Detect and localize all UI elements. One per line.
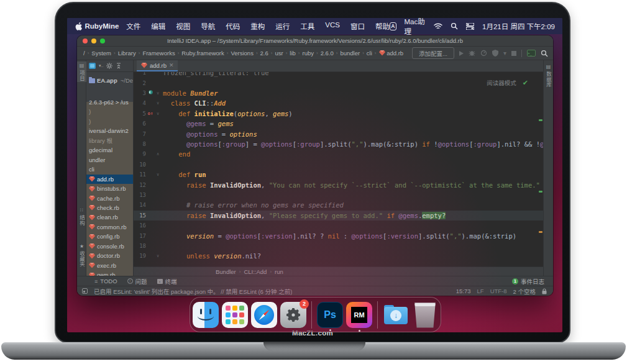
- assistant-menu[interactable]: Mac助理: [405, 18, 426, 36]
- breadcrumb-[interactable]: /: [83, 50, 85, 57]
- control-center-icon[interactable]: [466, 23, 474, 30]
- breadcrumb-cli[interactable]: cli: [367, 50, 372, 57]
- menu-item-文件[interactable]: 文件: [126, 21, 140, 31]
- file-encoding[interactable]: UTF-8: [490, 288, 507, 294]
- line-separator[interactable]: LF: [477, 288, 484, 294]
- terminal-toolwindow[interactable]: ›终端: [157, 277, 177, 286]
- tree-row-binstubs.rb[interactable]: binstubs.rb: [86, 184, 134, 193]
- tool-strip-tab-收藏夹[interactable]: ★收藏夹: [77, 242, 86, 268]
- ide-status-icon[interactable]: [82, 288, 88, 294]
- minimize-button[interactable]: [91, 39, 96, 43]
- menu-item-重构[interactable]: 重构: [250, 21, 265, 31]
- tree-row-cli[interactable]: cli: [86, 165, 134, 174]
- tree-row-check.rb[interactable]: check.rb: [86, 203, 134, 212]
- tab-close-icon[interactable]: ✕: [169, 62, 174, 68]
- editor-breadcrumb-run[interactable]: run: [275, 268, 283, 275]
- window-titlebar[interactable]: IntelliJ IDEA.app – /System/Library/Fram…: [77, 35, 553, 47]
- tree-row-undler[interactable]: undler: [86, 155, 134, 165]
- project-root-row[interactable]: EA.app~/Deskt: [86, 76, 134, 85]
- run-anything-icon[interactable]: >_: [527, 50, 536, 57]
- dock-icon-launchpad[interactable]: [222, 302, 248, 328]
- tree-row-config.rb[interactable]: config.rb: [86, 232, 134, 241]
- dock-icon-downloads-folder[interactable]: ↓: [383, 302, 409, 328]
- tree-row-2.6.3p62us[interactable]: 2.6.3-p62 > /us: [86, 98, 134, 107]
- editor-breadcrumb-Bundler[interactable]: Bundler: [216, 268, 236, 275]
- dock-icon-finder[interactable]: [193, 302, 219, 328]
- tree-row-[interactable]: ): [86, 107, 134, 116]
- search-everywhere-icon[interactable]: [541, 50, 548, 57]
- breadcrumb-bundler[interactable]: bundler: [340, 50, 360, 57]
- menu-app-name[interactable]: RubyMine: [85, 22, 119, 30]
- code-editor[interactable]: 阅读器模式 ✔ 1frozen_string_literal: true23∨m…: [134, 72, 543, 266]
- stop-button[interactable]: [511, 51, 516, 56]
- breadcrumb-ruby[interactable]: ruby: [303, 50, 314, 57]
- fold-marker[interactable]: ∨: [155, 111, 161, 116]
- todo-toolwindow[interactable]: ≡TODO: [94, 278, 117, 284]
- tool-strip-tab-结构[interactable]: ∷结构: [77, 206, 86, 227]
- tree-row-clean.rb[interactable]: clean.rb: [86, 212, 134, 222]
- editor-breadcrumb-CLIAdd[interactable]: CLI::Add: [244, 268, 267, 275]
- collapse-all-icon[interactable]: [116, 63, 122, 69]
- breadcrumb-usr[interactable]: usr: [275, 50, 283, 57]
- debug-icon[interactable]: [469, 50, 475, 57]
- menu-item-帮助[interactable]: 帮助: [375, 21, 390, 31]
- input-source-icon[interactable]: A: [390, 22, 396, 30]
- menu-item-视图[interactable]: 视图: [176, 21, 190, 31]
- problems-toolwindow[interactable]: !问题: [127, 277, 147, 286]
- tree-row-common.rb[interactable]: common.rb: [86, 222, 134, 232]
- tree-row-cache.rb[interactable]: cache.rb: [86, 194, 134, 203]
- menu-item-导航[interactable]: 导航: [201, 21, 215, 31]
- lock-icon[interactable]: [542, 288, 547, 294]
- breadcrumb-add.rb[interactable]: add.rb: [379, 50, 404, 57]
- menu-item-VCS[interactable]: VCS: [325, 21, 340, 31]
- menu-item-运行[interactable]: 运行: [275, 21, 290, 31]
- close-button[interactable]: [83, 39, 88, 43]
- breadcrumb-Ruby.framework[interactable]: Ruby.framework: [181, 50, 224, 57]
- add-configuration-button[interactable]: 添加配置...: [412, 47, 454, 59]
- tree-row-library[interactable]: library 根: [86, 136, 134, 145]
- editor-breadcrumbs[interactable]: Bundler›CLI::Add›run: [134, 266, 543, 276]
- dock-icon-trash[interactable]: [412, 302, 438, 328]
- tree-row-gdecimal[interactable]: gdecimal: [86, 145, 134, 155]
- tree-row-console.rb[interactable]: console.rb: [86, 242, 134, 251]
- tree-row-exec.rb[interactable]: exec.rb: [86, 261, 134, 270]
- apple-menu-icon[interactable]: [75, 22, 82, 31]
- fold-marker[interactable]: ∨: [155, 172, 161, 177]
- tool-strip-tab-项目[interactable]: ▤项目: [77, 61, 86, 82]
- menu-item-代码[interactable]: 代码: [226, 21, 240, 31]
- project-view-dropdown-icon[interactable]: ▾..: [99, 63, 103, 68]
- menu-clock[interactable]: 1月21日 周四 下午2:09: [482, 21, 555, 31]
- tree-row-[interactable]: ): [86, 117, 134, 126]
- tab-add-rb[interactable]: add.rb ✕: [137, 60, 178, 71]
- dock-icon-rubymine[interactable]: RM: [346, 302, 372, 328]
- profiler-icon[interactable]: [480, 50, 487, 57]
- indent-style[interactable]: 2 个空格: [513, 287, 536, 296]
- fullscreen-button[interactable]: [100, 39, 105, 43]
- breadcrumb-Library[interactable]: Library: [118, 50, 136, 57]
- status-message[interactable]: 已启用 ESLint: 'eslint' 列出在 package.json 中。…: [94, 287, 292, 296]
- menu-item-编辑[interactable]: 编辑: [151, 21, 165, 31]
- tree-row-add.rb[interactable]: add.rb: [86, 175, 134, 184]
- fold-marker[interactable]: ∨: [155, 91, 161, 96]
- dock-icon-system-preferences[interactable]: 2: [280, 302, 306, 328]
- fold-marker[interactable]: ∨: [155, 253, 161, 258]
- menu-item-工具[interactable]: 工具: [300, 21, 314, 31]
- run-button[interactable]: [459, 51, 464, 56]
- settings-gear-icon[interactable]: [106, 63, 112, 69]
- dock-icon-safari[interactable]: [251, 302, 277, 328]
- breadcrumb-2.6[interactable]: 2.6: [260, 50, 268, 57]
- breadcrumb-Frameworks[interactable]: Frameworks: [142, 50, 175, 57]
- tree-row-doctor.rb[interactable]: doctor.rb: [86, 251, 134, 260]
- wifi-icon[interactable]: [434, 23, 442, 30]
- project-view-icon[interactable]: [89, 63, 96, 69]
- breadcrumb-Versions[interactable]: Versions: [231, 50, 253, 57]
- spotlight-search-icon[interactable]: [451, 22, 458, 30]
- breadcrumb-lib[interactable]: lib: [290, 50, 296, 57]
- coverage-icon[interactable]: [492, 50, 498, 57]
- tree-row-iversaldarwin2[interactable]: iversal-darwin2: [86, 126, 134, 135]
- breadcrumb-2.6.0[interactable]: 2.6.0: [321, 50, 334, 57]
- event-log-toolwindow[interactable]: 1 事件日志: [512, 277, 544, 286]
- chevron-down-icon[interactable]: ▾: [503, 50, 506, 57]
- tool-strip-tab-数据库[interactable]: ▤数据库: [544, 63, 553, 89]
- fold-marker[interactable]: ∨: [155, 101, 161, 106]
